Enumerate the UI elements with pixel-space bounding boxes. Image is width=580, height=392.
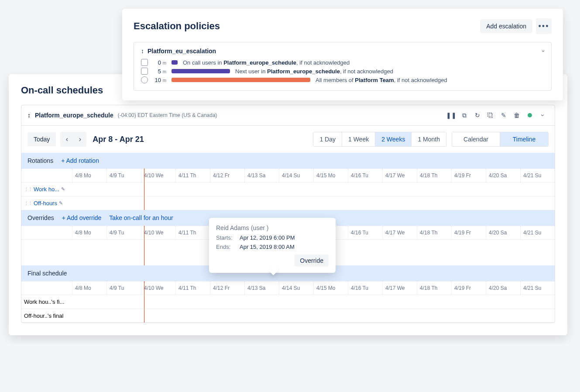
day-header: 4/16 Tu	[348, 169, 382, 182]
day-header: 4/13 Sa	[244, 282, 279, 295]
day-header: 4/8 Mo	[72, 226, 106, 239]
edit-icon[interactable]: ✎	[498, 110, 509, 121]
final-off-label: Off-hour..'s final	[21, 311, 72, 321]
step-time: 0 m	[153, 59, 166, 66]
row-label-text: Work ho...	[34, 186, 59, 193]
status-dot	[524, 110, 535, 121]
overrides-label: Overrides	[27, 214, 54, 221]
override-button[interactable]: Override	[295, 254, 329, 267]
pause-icon[interactable]: ❚❚	[446, 110, 457, 121]
step-time: 5 m	[153, 68, 166, 75]
edit-icon[interactable]: ✎	[59, 200, 63, 206]
escalation-step: 5 m Next user in Platform_europe_schedul…	[141, 68, 544, 75]
view-option-calendar[interactable]: Calendar	[452, 132, 500, 146]
drag-icon[interactable]: ↕	[27, 112, 31, 119]
now-indicator	[144, 168, 144, 210]
now-indicator	[144, 281, 144, 323]
controls-left: Today ‹ › Apr 8 - Apr 21	[27, 132, 144, 147]
day-header: 4/8 Mo	[72, 282, 106, 295]
range-segment: 1 Day1 Week2 Weeks1 Month	[313, 132, 446, 147]
schedule-inner: ↕ Platform_europe_schedule (-04:00) EDT …	[21, 105, 555, 323]
add-escalation-button[interactable]: Add escalation	[480, 19, 532, 33]
timeline-controls: Today ‹ › Apr 8 - Apr 21 1 Day1 Week2 We…	[21, 126, 555, 153]
step-icon	[141, 59, 148, 66]
escalation-header: Escalation policies Add escalation •••	[134, 18, 552, 34]
day-header: 4/18 Th	[417, 282, 451, 295]
day-header: 4/17 We	[382, 169, 417, 182]
chevron-down-icon[interactable]: ›	[540, 50, 546, 52]
grip-icon: ⋮⋮	[24, 186, 32, 192]
tooltip-ends-label: Ends:	[216, 244, 235, 250]
step-text: On call users in Platform_europe_schedul…	[183, 59, 544, 66]
controls-right: 1 Day1 Week2 Weeks1 Month CalendarTimeli…	[313, 132, 549, 147]
day-header: 4/12 Fr	[210, 282, 244, 295]
final-work-label: Work hou..'s fi...	[21, 297, 72, 307]
day-header: 4/17 We	[382, 282, 417, 295]
chevron-down-icon[interactable]: ›	[537, 110, 549, 121]
tooltip-user-role: (user )	[251, 224, 268, 231]
shift-tooltip: Reid Adams (user ) Starts: Apr 12, 2019 …	[209, 218, 336, 273]
off-hours-label[interactable]: ⋮⋮ Off-hours ✎	[21, 198, 72, 208]
range-option-1month[interactable]: 1 Month	[412, 132, 446, 146]
day-header: 4/20 Sa	[486, 169, 520, 182]
final-label: Final schedule	[27, 270, 67, 277]
grip-icon: ⋮⋮	[24, 200, 32, 206]
prev-button[interactable]: ‹	[60, 132, 73, 147]
day-header: 4/15 Mo	[313, 169, 348, 182]
schedule-name: Platform_europe_schedule	[35, 112, 113, 119]
day-header: 4/20 Sa	[486, 226, 520, 239]
policy-name: ↕ Platform_eu_escalation	[141, 48, 216, 55]
range-option-2weeks[interactable]: 2 Weeks	[375, 132, 412, 146]
day-header: 4/15 Mo	[313, 282, 348, 295]
day-header: 4/9 Tu	[106, 169, 141, 182]
step-text: Next user in Platform_europe_schedule, i…	[235, 68, 544, 75]
work-hours-label[interactable]: ⋮⋮ Work ho... ✎	[21, 184, 72, 194]
add-rotation-link[interactable]: + Add rotation	[61, 157, 99, 164]
copy-icon[interactable]: ⧉	[459, 110, 470, 121]
timezone-label: (-04:00) EDT Eastern Time (US & Canada)	[118, 112, 217, 118]
take-oncall-link[interactable]: Take on-call for an hour	[109, 214, 173, 221]
today-button[interactable]: Today	[27, 132, 56, 146]
day-header: 4/19 Fr	[451, 169, 486, 182]
rotations-section-bar: Rotations + Add rotation	[21, 153, 555, 168]
day-header: 4/11 Th	[175, 282, 210, 295]
day-header: 4/16 Tu	[348, 282, 382, 295]
delete-icon[interactable]: 🗑	[511, 110, 522, 121]
day-header: 4/8 Mo	[72, 169, 106, 182]
range-option-1week[interactable]: 1 Week	[342, 132, 375, 146]
range-option-1day[interactable]: 1 Day	[313, 132, 342, 146]
tooltip-starts-row: Starts: Apr 12, 2019 6:00 PM	[216, 234, 329, 241]
more-menu-button[interactable]: •••	[536, 18, 552, 34]
drag-icon: ↕	[141, 48, 144, 55]
escalation-title: Escalation policies	[134, 21, 220, 32]
schedule-title: On-call schedules	[21, 85, 103, 96]
day-header: 4/14 Su	[279, 282, 313, 295]
tooltip-starts-label: Starts:	[216, 234, 235, 241]
view-segment: CalendarTimeline	[452, 132, 549, 147]
day-header: 4/10 We	[141, 226, 175, 239]
day-header: 4/13 Sa	[244, 169, 279, 182]
escalation-policies-card: Escalation policies Add escalation ••• ↕…	[122, 9, 563, 100]
view-option-timeline[interactable]: Timeline	[500, 132, 548, 146]
day-header: 4/18 Th	[417, 226, 451, 239]
rotations-grid: 4/8 Mo4/9 Tu4/10 We4/11 Th4/12 Fr4/13 Sa…	[21, 168, 555, 210]
rotations-label: Rotations	[27, 157, 53, 164]
day-header: 4/10 We	[141, 169, 175, 182]
policy-header[interactable]: ↕ Platform_eu_escalation ›	[141, 48, 544, 55]
step-icon	[141, 76, 148, 83]
schedule-toolbar: ❚❚ ⧉ ↻ ⿻ ✎ 🗑 ›	[446, 110, 549, 121]
refresh-icon[interactable]: ↻	[472, 110, 483, 121]
schedule-head-left: ↕ Platform_europe_schedule (-04:00) EDT …	[27, 112, 217, 119]
step-bar	[172, 69, 230, 73]
day-header: 4/20 Sa	[486, 282, 520, 295]
tooltip-ends-value: Apr 15, 2019 8:00 AM	[240, 244, 295, 250]
day-header: 4/19 Fr	[451, 282, 486, 295]
add-override-link[interactable]: + Add override	[62, 214, 102, 221]
schedule-head: ↕ Platform_europe_schedule (-04:00) EDT …	[21, 105, 555, 126]
next-button[interactable]: ›	[73, 132, 86, 147]
step-bar	[172, 60, 178, 65]
day-header: 4/9 Tu	[106, 282, 141, 295]
duplicate-icon[interactable]: ⿻	[485, 110, 496, 121]
edit-icon[interactable]: ✎	[61, 186, 65, 192]
final-grid: 4/8 Mo4/9 Tu4/10 We4/11 Th4/12 Fr4/13 Sa…	[21, 281, 555, 323]
